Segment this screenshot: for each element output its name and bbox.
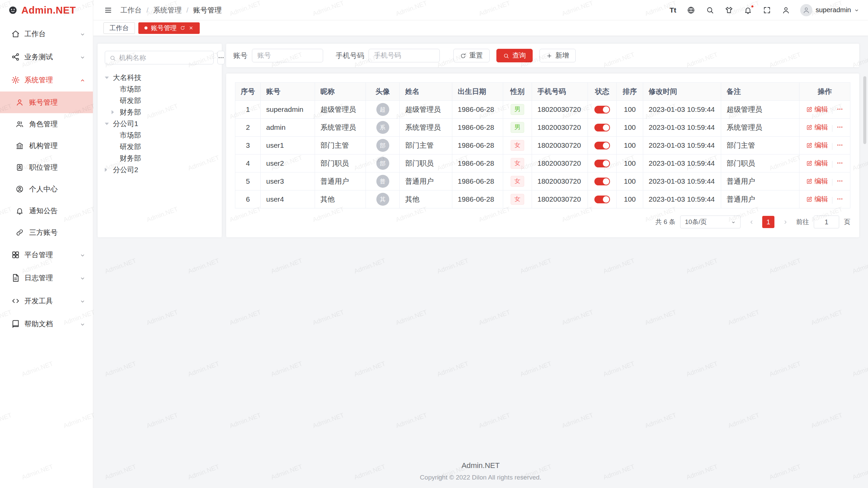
page-size-select[interactable]: 10条/页: [680, 216, 741, 228]
fullscreen-button[interactable]: [761, 4, 773, 16]
org-tree: 大名科技市场部研发部财务部分公司1市场部研发部财务部分公司2: [105, 72, 215, 176]
sidebar-item-log-management[interactable]: 日志管理: [0, 266, 93, 289]
edit-button[interactable]: 编辑: [806, 123, 828, 132]
row-more-button[interactable]: [836, 106, 843, 113]
current-page-button[interactable]: 1: [762, 216, 774, 228]
menu-label: 开发工具: [24, 296, 53, 306]
org-search-input[interactable]: [119, 54, 209, 62]
add-button[interactable]: 新增: [539, 49, 576, 62]
cell-status: [588, 137, 617, 155]
filter-bar: 账号 手机号码 重置 查询 新增: [226, 44, 859, 67]
font-size-button[interactable]: Tt: [668, 4, 678, 16]
breadcrumb-item[interactable]: 系统管理: [153, 5, 182, 15]
prev-page-button[interactable]: [745, 216, 757, 228]
row-avatar: 其: [376, 193, 389, 206]
link-icon: [16, 228, 24, 237]
goto-label: 前往: [796, 218, 809, 226]
table-row: 4user2部门职员部部门职员1986-06-28女18020030720100…: [235, 155, 850, 172]
cell-remark: 普通用户: [721, 190, 800, 208]
goto-page-input[interactable]: [814, 216, 839, 228]
user-menu[interactable]: superadmin: [800, 4, 859, 16]
sidebar-subitem-personal-center[interactable]: 个人中心: [0, 178, 93, 200]
edit-label: 编辑: [814, 177, 828, 186]
caret-right-icon[interactable]: [105, 168, 113, 172]
breadcrumb-item[interactable]: 工作台: [120, 5, 142, 15]
cell-index: 1: [235, 101, 261, 119]
row-more-button[interactable]: [836, 142, 843, 148]
cell-remark: 系统管理员: [721, 119, 800, 137]
sidebar-subitem-notice-announcement[interactable]: 通知公告: [0, 200, 93, 222]
chevron-down-icon: [80, 322, 85, 327]
edit-button[interactable]: 编辑: [806, 195, 828, 204]
status-toggle[interactable]: [594, 178, 610, 185]
menu-label: 三方账号: [29, 228, 58, 237]
row-more-button[interactable]: [836, 160, 843, 166]
phone-filter-input[interactable]: [369, 49, 440, 62]
tab-active-dot: [144, 26, 147, 29]
status-toggle[interactable]: [594, 142, 610, 149]
ops-divider: [832, 197, 832, 204]
sidebar-subitem-account-management[interactable]: 账号管理: [0, 92, 93, 113]
sidebar-subitem-org-management[interactable]: 机构管理: [0, 135, 93, 157]
locale-button[interactable]: [685, 4, 697, 16]
account-filter-input[interactable]: [252, 49, 323, 62]
app-logo[interactable]: Admin.NET: [0, 0, 93, 20]
breadcrumb-item[interactable]: 账号管理: [193, 5, 222, 15]
org-tree-node[interactable]: 分公司1: [105, 118, 215, 129]
scrollbar-thumb[interactable]: [863, 76, 866, 144]
org-more-button[interactable]: [217, 51, 225, 64]
status-toggle[interactable]: [594, 124, 610, 131]
sidebar-item-business-test[interactable]: 业务测试: [0, 45, 93, 68]
tab-account-management[interactable]: 账号管理: [138, 22, 200, 34]
sidebar-item-workbench[interactable]: 工作台: [0, 22, 93, 45]
logo-icon: [8, 5, 18, 15]
edit-button[interactable]: 编辑: [806, 105, 828, 114]
cell-gender: 男: [503, 101, 532, 119]
sidebar-item-help-docs[interactable]: 帮助文档: [0, 312, 93, 336]
org-tree-node[interactable]: 财务部: [105, 106, 215, 118]
row-more-button[interactable]: [836, 178, 843, 184]
org-tree-node[interactable]: 分公司2: [105, 164, 215, 176]
sidebar-item-dev-tools[interactable]: 开发工具: [0, 289, 93, 312]
tab-workbench[interactable]: 工作台: [103, 22, 135, 34]
edit-label: 编辑: [814, 159, 828, 168]
theme-button[interactable]: [723, 4, 735, 16]
sidebar-subitem-role-management[interactable]: 角色管理: [0, 113, 93, 135]
status-toggle[interactable]: [594, 160, 610, 167]
edit-button[interactable]: 编辑: [806, 141, 828, 150]
cell-avatar: 系: [366, 119, 400, 137]
org-tree-node[interactable]: 大名科技: [105, 72, 215, 83]
sidebar-item-platform-management[interactable]: 平台管理: [0, 243, 93, 266]
tab-close-icon[interactable]: [189, 25, 194, 30]
org-tree-node[interactable]: 市场部: [105, 129, 215, 141]
next-page-button[interactable]: [779, 216, 791, 228]
status-toggle[interactable]: [594, 106, 610, 114]
row-more-button[interactable]: [836, 196, 843, 202]
cell-nickname: 系统管理员: [315, 119, 366, 137]
tab-refresh-icon[interactable]: [180, 25, 185, 30]
notifications-button[interactable]: [742, 4, 754, 16]
query-button[interactable]: 查询: [496, 49, 533, 62]
caret-right-icon[interactable]: [112, 110, 120, 114]
sidebar-item-system-management[interactable]: 系统管理: [0, 68, 93, 92]
search-button[interactable]: [704, 4, 716, 16]
org-tree-node[interactable]: 市场部: [105, 83, 215, 95]
menu-collapse-button[interactable]: [102, 4, 114, 16]
app-root: Admin.NET 工作台业务测试系统管理账号管理角色管理机构管理职位管理个人中…: [0, 0, 868, 488]
status-toggle[interactable]: [594, 196, 610, 203]
caret-down-icon[interactable]: [105, 77, 113, 79]
row-more-button[interactable]: [836, 124, 843, 130]
profile-button[interactable]: [780, 4, 792, 16]
org-icon: [16, 142, 24, 150]
reset-button[interactable]: 重置: [453, 49, 490, 62]
edit-button[interactable]: 编辑: [806, 159, 828, 168]
org-tree-node[interactable]: 研发部: [105, 141, 215, 152]
tree-node-label: 研发部: [120, 96, 141, 105]
org-tree-node[interactable]: 研发部: [105, 95, 215, 106]
edit-button[interactable]: 编辑: [806, 177, 828, 186]
cell-birthday: 1986-06-28: [452, 137, 503, 155]
sidebar-subitem-position-management[interactable]: 职位管理: [0, 157, 93, 178]
sidebar-subitem-third-party-account[interactable]: 三方账号: [0, 222, 93, 243]
caret-down-icon[interactable]: [105, 123, 113, 125]
org-tree-node[interactable]: 财务部: [105, 152, 215, 164]
